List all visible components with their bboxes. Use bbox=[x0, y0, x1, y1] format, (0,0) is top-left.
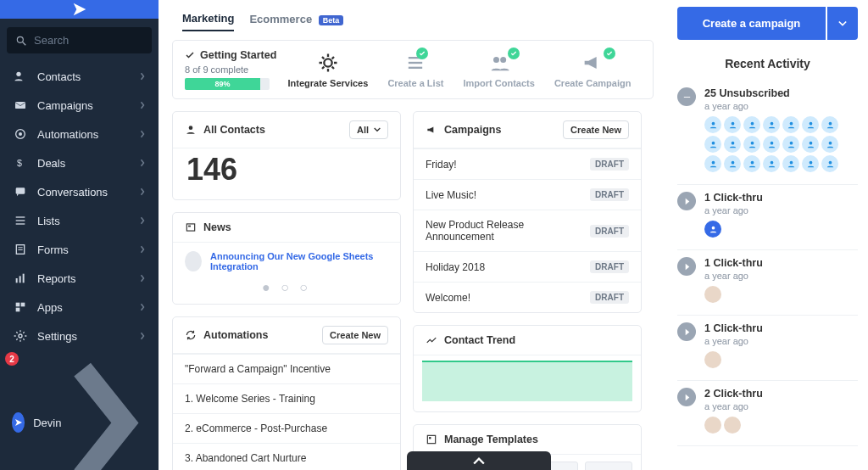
activity-item[interactable]: 1 Click-thrua year ago bbox=[677, 250, 858, 316]
nav-conversations[interactable]: Conversations bbox=[0, 177, 159, 206]
avatar[interactable] bbox=[743, 136, 760, 153]
avatar[interactable] bbox=[704, 351, 721, 368]
svg-point-48 bbox=[731, 160, 734, 164]
automation-row[interactable]: 2. eCommerce - Post-Purchase bbox=[173, 413, 400, 443]
avatar[interactable] bbox=[821, 136, 838, 153]
nav-forms[interactable]: Forms bbox=[0, 235, 159, 264]
avatar[interactable] bbox=[704, 286, 721, 303]
tab-marketing[interactable]: Marketing bbox=[182, 12, 234, 31]
tab-ecommerce[interactable]: Ecommerce Beta bbox=[249, 13, 343, 31]
news-headline-link[interactable]: Announcing Our New Google Sheets Integra… bbox=[210, 251, 388, 271]
campaign-row[interactable]: Live Music!DRAFT bbox=[414, 179, 641, 210]
avatar[interactable] bbox=[802, 155, 819, 172]
avatar[interactable] bbox=[724, 155, 741, 172]
avatar[interactable] bbox=[704, 155, 721, 172]
avatar[interactable] bbox=[743, 155, 760, 172]
automation-row[interactable]: 3. Abandoned Cart Nurture bbox=[173, 443, 400, 470]
contact-trend-chart bbox=[422, 361, 632, 401]
activity-item[interactable]: 25 Unsubscribeda year ago bbox=[677, 81, 858, 185]
activity-item[interactable]: 1 Click-thrua year ago bbox=[677, 316, 858, 381]
gs-step-campaign[interactable]: Create Campaign bbox=[554, 51, 631, 88]
avatar[interactable] bbox=[763, 116, 780, 133]
avatar[interactable] bbox=[704, 221, 721, 238]
avatar[interactable] bbox=[763, 136, 780, 153]
svg-rect-28 bbox=[186, 224, 194, 231]
automation-row[interactable]: "Forward a Campaign" Incentive bbox=[173, 354, 400, 383]
avatar[interactable] bbox=[782, 136, 799, 153]
user-menu[interactable]: 2 Devin bbox=[0, 350, 159, 470]
campaign-row[interactable]: Holiday 2018DRAFT bbox=[414, 251, 641, 282]
bottom-drawer-toggle[interactable] bbox=[407, 451, 551, 470]
svg-rect-3 bbox=[15, 102, 25, 109]
create-campaign-dropdown[interactable] bbox=[827, 7, 858, 40]
nav-automations[interactable]: Automations bbox=[0, 120, 159, 148]
status-badge: DRAFT bbox=[590, 188, 629, 201]
avatar[interactable] bbox=[821, 155, 838, 172]
avatar[interactable] bbox=[724, 417, 741, 434]
svg-point-53 bbox=[828, 160, 832, 164]
form-icon bbox=[14, 243, 27, 256]
activity-item[interactable]: 1 Click-thrua year ago bbox=[677, 185, 858, 250]
campaign-row[interactable]: New Product Release AnnouncementDRAFT bbox=[414, 210, 641, 251]
getting-started-card: Getting Started 8 of 9 complete 89% Inte… bbox=[172, 40, 654, 99]
avatar[interactable] bbox=[802, 116, 819, 133]
activity-avatars bbox=[704, 221, 763, 238]
search-input[interactable]: Search bbox=[7, 27, 152, 53]
brand-logo[interactable] bbox=[0, 0, 159, 19]
nav-apps[interactable]: Apps bbox=[0, 293, 159, 322]
nav-contacts[interactable]: Contacts bbox=[0, 62, 159, 91]
carousel-dots[interactable]: ● ○ ○ bbox=[173, 277, 400, 304]
unsubscribe-icon bbox=[677, 87, 696, 106]
campaign-row[interactable]: Welcome!DRAFT bbox=[414, 282, 641, 312]
chart-icon bbox=[14, 271, 27, 285]
avatar[interactable] bbox=[743, 116, 760, 133]
nav-campaigns[interactable]: Campaigns bbox=[0, 91, 159, 120]
nav-reports[interactable]: Reports bbox=[0, 264, 159, 293]
chevron-right-icon bbox=[140, 332, 145, 340]
avatar[interactable] bbox=[704, 417, 721, 434]
chevron-right-icon bbox=[140, 159, 145, 167]
avatar[interactable] bbox=[704, 116, 721, 133]
svg-rect-30 bbox=[427, 435, 435, 443]
mail-icon bbox=[14, 98, 27, 112]
svg-point-44 bbox=[789, 141, 793, 144]
gs-step-list[interactable]: Create a List bbox=[387, 51, 443, 88]
create-automation-button[interactable]: Create New bbox=[322, 326, 388, 344]
avatar[interactable] bbox=[704, 136, 721, 153]
avatar[interactable] bbox=[821, 116, 838, 133]
notification-badge: 2 bbox=[5, 352, 19, 366]
svg-point-51 bbox=[789, 160, 793, 164]
svg-rect-32 bbox=[683, 97, 689, 98]
avatar[interactable] bbox=[802, 136, 819, 153]
avatar[interactable] bbox=[782, 116, 799, 133]
svg-rect-9 bbox=[16, 220, 25, 221]
avatar[interactable] bbox=[724, 116, 741, 133]
nav-settings[interactable]: Settings bbox=[0, 322, 159, 350]
gs-step-import[interactable]: Import Contacts bbox=[464, 51, 535, 88]
click-icon bbox=[677, 322, 696, 341]
svg-point-41 bbox=[731, 141, 734, 144]
nav-deals[interactable]: $Deals bbox=[0, 148, 159, 177]
news-card: News Announcing Our New Google Sheets In… bbox=[172, 212, 401, 305]
activity-item[interactable]: 2 Click-thrua year ago bbox=[677, 381, 858, 446]
svg-point-50 bbox=[770, 160, 773, 164]
svg-point-46 bbox=[828, 141, 832, 144]
contacts-filter-dropdown[interactable]: All bbox=[349, 120, 388, 139]
status-badge: DRAFT bbox=[590, 291, 629, 304]
status-badge: DRAFT bbox=[590, 260, 629, 273]
create-campaign-primary-button[interactable]: Create a campaign bbox=[677, 7, 826, 40]
svg-rect-13 bbox=[18, 249, 22, 250]
avatar[interactable] bbox=[782, 155, 799, 172]
nav-main: Contacts Campaigns Automations $Deals Co… bbox=[0, 62, 159, 293]
nav-lists[interactable]: Lists bbox=[0, 206, 159, 235]
check-badge-icon bbox=[604, 48, 615, 59]
gs-step-integrate[interactable]: Integrate Services bbox=[288, 51, 369, 88]
avatar[interactable] bbox=[724, 136, 741, 153]
campaign-row[interactable]: Friday!DRAFT bbox=[414, 148, 641, 179]
template-thumbnail[interactable] bbox=[585, 462, 632, 470]
automation-row[interactable]: 1. Welcome Series - Training bbox=[173, 383, 400, 413]
avatar[interactable] bbox=[763, 155, 780, 172]
create-campaign-button[interactable]: Create New bbox=[563, 120, 629, 139]
user-name: Devin bbox=[33, 417, 61, 429]
svg-rect-8 bbox=[16, 216, 25, 217]
